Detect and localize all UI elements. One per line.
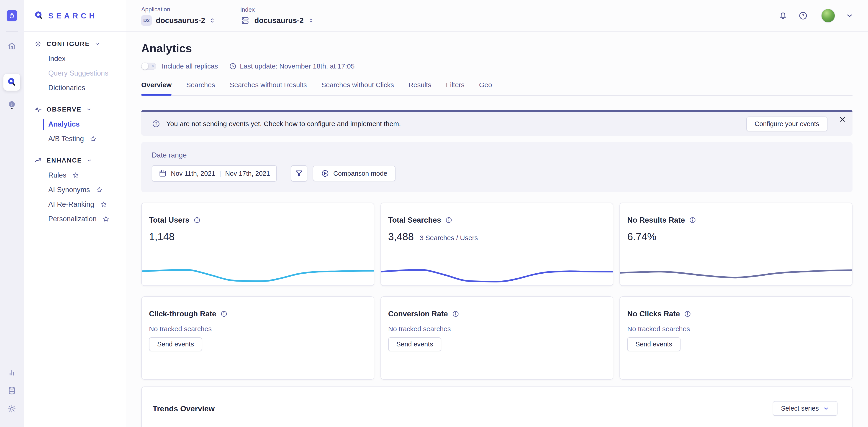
pulse-icon [34,106,42,113]
card-title: No Results Rate [627,216,685,224]
info-icon[interactable] [193,217,201,224]
select-series-label: Select series [781,405,819,412]
magnifier-icon [34,10,44,21]
empty-state-text: No tracked searches [388,325,613,333]
comparison-mode-button[interactable]: Comparison mode [313,166,396,181]
star-icon [96,187,103,193]
sidebar-item-dictionaries[interactable]: Dictionaries [43,80,126,95]
send-events-button[interactable]: Send events [388,337,441,351]
star-icon [90,135,97,142]
star-icon [72,172,79,179]
rail-divider [6,31,18,32]
include-replicas-toggle[interactable]: × [141,63,156,70]
user-menu-chevron-icon[interactable] [846,12,854,20]
tab-filters[interactable]: Filters [446,81,465,95]
section-header-configure[interactable]: CONFIGURE [34,40,126,48]
card-title: Conversion Rate [388,309,448,318]
sidebar-item-personalization[interactable]: Personalization [43,212,126,226]
date-start: Nov 11th, 2021 [171,170,215,177]
date-range-button[interactable]: Nov 11th, 2021 | Nov 17th, 2021 [152,165,277,182]
sidebar-item-index[interactable]: Index [43,52,126,66]
application-badge: D2 [141,15,152,26]
conversion-rate-card: Conversion Rate No tracked searches Send… [380,296,614,380]
analytics-tabs: Overview Searches Searches without Resul… [141,81,852,96]
application-value: docusaurus-2 [156,16,205,25]
search-product-active[interactable] [3,74,20,91]
gear-icon[interactable] [7,404,17,413]
tab-geo[interactable]: Geo [479,81,492,95]
banner-message: You are not sending events yet. Check ho… [166,120,401,128]
help-icon[interactable]: ? [798,11,808,21]
comparison-mode-label: Comparison mode [333,170,387,177]
toggle-off-x: × [151,63,154,69]
rail-bottom-group [7,368,17,427]
info-icon [152,120,160,128]
info-icon[interactable] [689,217,696,224]
card-title: No Clicks Rate [627,309,680,318]
section-header-enhance[interactable]: ENHANCE [34,157,126,164]
star-icon [100,201,107,208]
database-icon[interactable] [7,386,17,395]
avatar[interactable] [821,9,835,23]
bulb-flash-icon[interactable] [7,100,17,110]
info-icon[interactable] [452,310,459,318]
card-title: Click-through Rate [149,309,216,318]
sidebar-item-ai-re-ranking[interactable]: AI Re-Ranking [43,197,126,212]
tab-searches-without-clicks[interactable]: Searches without Clicks [321,81,394,95]
index-value: docusaurus-2 [254,16,304,25]
close-icon[interactable] [839,116,846,123]
sidebar-item-query-suggestions[interactable]: Query Suggestions [43,66,126,80]
section-header-observe[interactable]: OBSERVE [34,106,126,113]
trends-overview-card: Trends Overview Select series [141,387,852,427]
metric-cards-row-2: Click-through Rate No tracked searches S… [141,296,852,380]
application-selector[interactable]: Application D2 docusaurus-2 [141,6,216,26]
date-separator: | [219,170,221,177]
total-users-sparkline [141,264,374,283]
info-icon[interactable] [220,310,227,318]
card-title: Total Searches [388,216,441,224]
card-subtitle: 3 Searches / Users [420,234,478,242]
info-icon[interactable] [684,310,691,318]
card-title: Total Users [149,216,189,224]
timer-app-icon[interactable] [7,10,17,22]
home-icon[interactable] [7,41,17,51]
empty-state-text: No tracked searches [149,325,374,333]
search-logo[interactable]: SEARCH [24,0,126,32]
sidebar-item-analytics[interactable]: Analytics [43,117,126,132]
tab-searches[interactable]: Searches [186,81,215,95]
total-searches-card: Total Searches 3,488 3 Searches / Users [380,203,614,286]
page-title: Analytics [141,42,852,55]
date-end: Nov 17th, 2021 [225,170,270,177]
info-icon[interactable] [445,217,453,224]
filter-button[interactable] [291,165,307,182]
page-meta-row: × Include all replicas Last update: Nove… [141,62,852,70]
topbar-right: ? [778,9,854,23]
bell-icon[interactable] [778,11,788,21]
sidebar-item-ai-synonyms[interactable]: AI Synonyms [43,183,126,197]
no-results-rate-sparkline [619,264,852,283]
metric-cards-row-1: Total Users 1,148 Total Searches 3,488 3… [141,203,852,286]
date-range-panel: Date range Nov 11th, 2021 | Nov 17th, 20… [141,142,852,192]
tab-searches-without-results[interactable]: Searches without Results [230,81,307,95]
funnel-icon [295,169,304,178]
configure-events-button[interactable]: Configure your events [746,117,828,131]
main-content: Analytics × Include all replicas Last up… [126,32,868,427]
topbar: Application D2 docusaurus-2 Index docusa… [126,0,868,32]
index-label: Index [240,6,314,13]
tab-overview[interactable]: Overview [141,81,172,95]
select-series-button[interactable]: Select series [773,401,837,416]
tab-results[interactable]: Results [408,81,431,95]
sidebar-nav: CONFIGURE Index Query Suggestions Dictio… [24,32,126,226]
card-value: 1,148 [149,231,175,243]
star-icon [102,216,110,222]
send-events-button[interactable]: Send events [627,337,680,351]
sidebar-item-ab-testing[interactable]: A/B Testing [43,132,126,146]
send-events-button[interactable]: Send events [149,337,202,351]
index-selector[interactable]: Index docusaurus-2 [240,6,314,26]
calendar-icon [159,169,167,177]
controls-divider [284,166,284,180]
nav-section-observe: OBSERVE Analytics A/B Testing [34,106,126,146]
search-icon [7,77,17,87]
sidebar-item-rules[interactable]: Rules [43,168,126,183]
bar-chart-icon[interactable] [7,368,16,377]
